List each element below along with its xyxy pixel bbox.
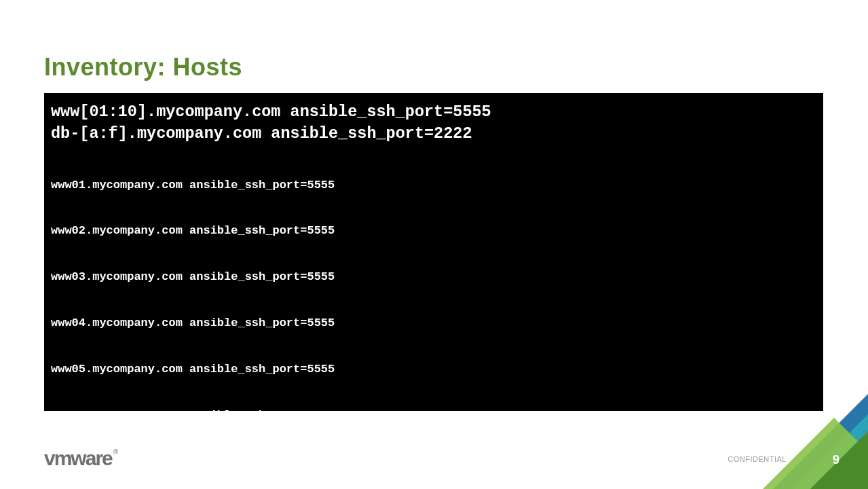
expanded-list: www01.mycompany.com ansible_ssh_port=555…	[51, 147, 816, 411]
confidential-label: CONFIDENTIAL	[728, 455, 787, 463]
host-line: www03.mycompany.com ansible_ssh_port=555…	[51, 270, 816, 285]
host-line: www02.mycompany.com ansible_ssh_port=555…	[51, 223, 816, 239]
pattern-line: db-[a:f].mycompany.com ansible_ssh_port=…	[51, 123, 816, 145]
terminal-block: www[01:10].mycompany.com ansible_ssh_por…	[44, 93, 823, 411]
slide: Inventory: Hosts www[01:10].mycompany.co…	[0, 0, 868, 489]
host-line: www01.mycompany.com ansible_ssh_port=555…	[51, 178, 816, 194]
host-line: www05.mycompany.com ansible_ssh_port=555…	[51, 362, 816, 378]
brand-text: vmware	[44, 447, 112, 469]
trademark-icon: ®	[113, 448, 117, 456]
vmware-logo: vmware®	[44, 447, 116, 470]
svg-marker-2	[763, 418, 868, 489]
page-number: 9	[833, 453, 839, 467]
svg-marker-1	[793, 414, 868, 489]
host-line: www04.mycompany.com ansible_ssh_port=555…	[51, 316, 816, 331]
host-line: www06.mycompany.com ansible_ssh_port=555…	[51, 408, 816, 411]
pattern-line: www[01:10].mycompany.com ansible_ssh_por…	[51, 101, 816, 123]
slide-title: Inventory: Hosts	[44, 53, 242, 82]
